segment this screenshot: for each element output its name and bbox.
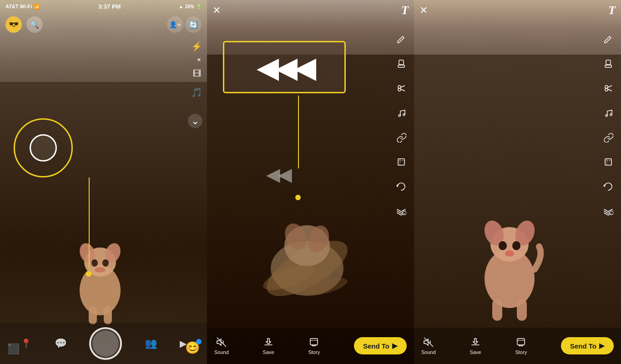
svg-rect-17 bbox=[398, 65, 404, 67]
add-friend-button[interactable]: 👤+ bbox=[167, 16, 183, 33]
stamp-tool-3[interactable] bbox=[601, 56, 616, 71]
friends-button[interactable]: 👥 bbox=[145, 338, 157, 349]
text-tool-button-3[interactable]: T bbox=[608, 4, 616, 17]
sound-icon-3 bbox=[423, 337, 434, 348]
chat-icon: 💬 bbox=[55, 338, 67, 349]
layers-icon-2: + bbox=[396, 206, 406, 216]
svg-rect-39 bbox=[606, 60, 611, 65]
layers-tool-2[interactable]: + bbox=[394, 204, 409, 218]
focus-dot bbox=[86, 271, 91, 277]
svg-rect-8 bbox=[104, 306, 112, 324]
story-button-3[interactable]: Story bbox=[515, 337, 527, 355]
chevron-down-icon: ⌄ bbox=[191, 115, 199, 127]
send-to-button-2[interactable]: Send To ▶ bbox=[354, 337, 407, 354]
add-friend-icon: 👤+ bbox=[169, 21, 181, 28]
crop-tool-3[interactable] bbox=[601, 155, 616, 169]
text-tool-button-2[interactable]: T bbox=[401, 4, 409, 17]
memories-button[interactable]: 🎞 bbox=[193, 68, 201, 79]
video-normal-panel: ✕ T bbox=[414, 0, 621, 364]
scissors-icon-2 bbox=[396, 83, 406, 93]
svg-rect-16 bbox=[399, 60, 404, 65]
story-icon-3 bbox=[515, 337, 526, 348]
status-left: AT&T Wi-Fi 📶 bbox=[5, 4, 40, 10]
send-to-label-3: Send To bbox=[570, 342, 596, 350]
shutter-button[interactable] bbox=[89, 327, 122, 360]
crop-icon-2 bbox=[396, 157, 406, 167]
stamp-tool-2[interactable] bbox=[394, 56, 409, 71]
sound-label-3: Sound bbox=[421, 349, 436, 355]
music-tool-2[interactable] bbox=[394, 106, 409, 120]
tools-expand-button[interactable]: ⌄ bbox=[188, 114, 202, 128]
right-toolbar: ⚡ ✕ 🎞 🎵 bbox=[191, 41, 202, 98]
top-bar: 😎 🔍 👤+ 🔄 bbox=[0, 13, 207, 36]
camera-mode-button[interactable]: ⬛ bbox=[7, 343, 20, 355]
pen-tool-2[interactable] bbox=[394, 32, 409, 46]
svg-point-6 bbox=[95, 267, 106, 273]
save-button-2[interactable]: Save bbox=[263, 337, 274, 355]
bottom-toolbar-2: Sound Save Story Send To ▶ bbox=[207, 328, 414, 364]
loop-icon-2 bbox=[396, 181, 407, 192]
flip-camera-button[interactable]: 🔄 bbox=[185, 16, 202, 33]
svg-rect-40 bbox=[605, 65, 611, 67]
save-label-2: Save bbox=[263, 349, 274, 355]
music-icon-2 bbox=[396, 108, 406, 118]
svg-rect-7 bbox=[89, 306, 97, 324]
sticker-button[interactable]: 😊 bbox=[185, 341, 200, 355]
pen-tool-3[interactable] bbox=[601, 32, 616, 46]
search-button[interactable]: 🔍 bbox=[26, 16, 43, 33]
send-arrow-icon-3: ▶ bbox=[599, 342, 605, 350]
save-button-3[interactable]: Save bbox=[470, 337, 481, 355]
svg-line-44 bbox=[608, 89, 612, 91]
flash-button[interactable]: ⚡ bbox=[191, 41, 202, 52]
close-button-2[interactable]: ✕ bbox=[212, 5, 221, 16]
music-tool-3[interactable] bbox=[601, 106, 616, 120]
svg-point-35 bbox=[512, 241, 520, 250]
svg-rect-29 bbox=[310, 339, 318, 345]
sound-button-2[interactable]: Sound bbox=[214, 337, 229, 355]
flash-icon: ⚡ bbox=[191, 41, 202, 51]
layers-tool-3[interactable]: + bbox=[601, 204, 616, 218]
send-to-button-3[interactable]: Send To ▶ bbox=[561, 337, 614, 354]
svg-point-36 bbox=[505, 250, 514, 257]
loop-icon-3 bbox=[603, 181, 614, 192]
scissors-tool-2[interactable] bbox=[394, 81, 409, 96]
story-icon-2 bbox=[308, 337, 319, 348]
loop-tool-2[interactable] bbox=[394, 179, 409, 194]
top-bar-right: 👤+ 🔄 bbox=[167, 16, 202, 33]
text-tool-icon-2: T bbox=[401, 4, 409, 17]
rewind-symbol: ◀◀◀ bbox=[257, 53, 313, 82]
close-button-3[interactable]: ✕ bbox=[419, 5, 428, 16]
bottom-toolbar-3: Sound Save Story Send To ▶ bbox=[414, 328, 621, 364]
right-toolbar-2: + bbox=[394, 32, 409, 218]
top-bar-left: 😎 🔍 bbox=[5, 16, 43, 33]
stamp-icon-3 bbox=[603, 59, 613, 69]
chat-button[interactable]: 💬 bbox=[55, 338, 67, 349]
link-tool-2[interactable] bbox=[394, 130, 409, 145]
pen-icon-2 bbox=[396, 34, 406, 44]
sound-button-3[interactable]: Sound bbox=[421, 337, 436, 355]
svg-line-43 bbox=[608, 86, 612, 87]
svg-point-34 bbox=[499, 241, 507, 250]
status-right: ▲ 26% 🔋 bbox=[179, 4, 202, 9]
svg-point-18 bbox=[398, 86, 401, 88]
svg-point-41 bbox=[605, 86, 608, 88]
crop-icon-3 bbox=[603, 157, 613, 167]
shutter-inner bbox=[92, 330, 119, 357]
send-arrow-icon-2: ▶ bbox=[392, 342, 398, 350]
loop-tool-3[interactable] bbox=[601, 179, 616, 194]
avatar[interactable]: 😎 bbox=[5, 16, 22, 33]
scissors-tool-3[interactable] bbox=[601, 81, 616, 96]
friends-icon: 👥 bbox=[145, 338, 157, 349]
link-tool-3[interactable] bbox=[601, 130, 616, 145]
music-button[interactable]: 🎵 bbox=[191, 87, 202, 98]
rewind-sticker[interactable]: ◀◀◀ bbox=[223, 41, 346, 93]
search-icon: 🔍 bbox=[30, 20, 39, 29]
link-icon-2 bbox=[396, 132, 406, 142]
battery-label: 26% bbox=[185, 4, 194, 9]
camera-scene bbox=[0, 0, 207, 364]
story-button-2[interactable]: Story bbox=[308, 337, 320, 355]
location-button[interactable]: 📍 bbox=[20, 338, 32, 349]
svg-rect-47 bbox=[605, 159, 611, 165]
crop-tool-2[interactable] bbox=[394, 155, 409, 169]
layers-icon-3: + bbox=[603, 206, 613, 216]
